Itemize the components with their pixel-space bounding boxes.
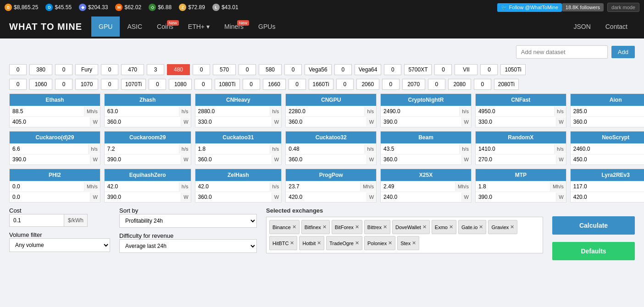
gpu-label-1050ti[interactable]: 1050Ti — [500, 64, 525, 75]
algo-hashrate-input[interactable] — [381, 181, 455, 192]
algo-hashrate-input[interactable] — [381, 106, 459, 116]
nav-item-gpu[interactable]: GPU — [91, 16, 120, 37]
algo-power-input[interactable] — [10, 154, 90, 164]
algo-header[interactable]: Beam — [381, 132, 471, 143]
algo-power-input[interactable] — [195, 192, 272, 202]
follow-button[interactable]: 🐦 Follow @WhatToMine — [497, 3, 562, 12]
algo-hashrate-input[interactable] — [195, 181, 270, 192]
algo-power-input[interactable] — [195, 154, 272, 164]
algo-power-input[interactable] — [381, 192, 461, 202]
exchange-tag-remove[interactable]: ✕ — [412, 240, 416, 246]
algo-power-input[interactable] — [105, 154, 181, 164]
algo-header[interactable]: X25X — [381, 169, 471, 181]
gpu-label-1060[interactable]: 1060 — [29, 79, 52, 90]
gpu-label-vega56[interactable]: Vega56 — [305, 64, 332, 75]
algo-header[interactable]: CNFast — [476, 94, 566, 106]
dark-mode-button[interactable]: dark mode — [607, 3, 639, 12]
gpu-label-2080[interactable]: 2080 — [448, 79, 471, 90]
nav-item-asic[interactable]: ASIC — [120, 16, 150, 37]
gpu-label-480[interactable]: 480 — [167, 64, 190, 75]
gpu-count-input[interactable] — [9, 79, 27, 90]
algo-header[interactable]: MTP — [476, 169, 566, 181]
algo-header[interactable]: ProgPow — [286, 169, 376, 181]
gpu-label-2070[interactable]: 2070 — [402, 79, 425, 90]
algo-header[interactable]: Cuckaroom29 — [105, 132, 191, 143]
gpu-count-input[interactable] — [428, 79, 445, 90]
gpu-count-input[interactable] — [101, 79, 118, 90]
algo-header[interactable]: Aion — [571, 94, 644, 106]
calculate-button[interactable]: Calculate — [552, 216, 635, 235]
cost-input[interactable] — [9, 214, 64, 227]
gpu-count-input[interactable] — [474, 79, 491, 90]
gpu-label-1660[interactable]: 1660 — [263, 79, 286, 90]
exchange-tag-remove[interactable]: ✕ — [355, 224, 359, 230]
algo-header[interactable]: CNGPU — [286, 94, 376, 106]
gpu-count-input[interactable] — [382, 79, 400, 90]
algo-hashrate-input[interactable] — [476, 106, 554, 116]
algo-power-input[interactable] — [286, 117, 366, 127]
gpu-count-input[interactable] — [194, 79, 212, 90]
algo-header[interactable]: PHI2 — [10, 169, 100, 181]
exchange-tag-remove[interactable]: ✕ — [510, 224, 514, 230]
algo-hashrate-input[interactable] — [10, 144, 88, 154]
add-dataset-button[interactable]: Add — [611, 46, 635, 58]
gpu-label-5700xt[interactable]: 5700XT — [404, 64, 432, 75]
gpu-label-380[interactable]: 380 — [29, 64, 52, 75]
algo-power-input[interactable] — [10, 117, 90, 127]
exchange-tag-remove[interactable]: ✕ — [322, 224, 327, 230]
gpu-label-1080[interactable]: 1080 — [169, 79, 192, 90]
exchange-tag-remove[interactable]: ✕ — [290, 240, 294, 246]
dataset-input[interactable] — [516, 45, 608, 59]
algo-power-input[interactable] — [105, 192, 181, 202]
gpu-label-470[interactable]: 470 — [121, 64, 144, 75]
algo-hashrate-input[interactable] — [476, 181, 550, 192]
algo-power-input[interactable] — [10, 192, 90, 202]
algo-hashrate-input[interactable] — [381, 144, 459, 154]
gpu-count-input[interactable] — [149, 79, 166, 90]
sort-select[interactable]: Profitability 24h — [119, 214, 257, 228]
gpu-count-input[interactable] — [289, 79, 306, 90]
algo-hashrate-input[interactable] — [10, 181, 84, 192]
gpu-count-input[interactable] — [336, 79, 354, 90]
gpu-label-1070[interactable]: 1070 — [75, 79, 98, 90]
gpu-label-2060[interactable]: 2060 — [356, 79, 379, 90]
exchange-tag-remove[interactable]: ✕ — [383, 224, 387, 230]
algo-header[interactable]: CryptoNightR — [381, 94, 471, 106]
algo-header[interactable]: CNHeavy — [195, 94, 282, 106]
algo-hashrate-input[interactable] — [571, 181, 644, 192]
gpu-count-input[interactable] — [334, 64, 352, 75]
algo-header[interactable]: EquihashZero — [105, 169, 191, 181]
algo-power-input[interactable] — [105, 117, 181, 127]
gpu-label-vega64[interactable]: Vega64 — [355, 64, 382, 75]
algo-header[interactable]: RandomX — [476, 132, 566, 143]
algo-power-input[interactable] — [381, 154, 461, 164]
algo-power-input[interactable] — [571, 192, 644, 202]
algo-header[interactable]: Cuckatoo32 — [286, 132, 376, 143]
exchange-tag-remove[interactable]: ✕ — [292, 224, 296, 230]
algo-power-input[interactable] — [286, 154, 366, 164]
nav-item-coins[interactable]: CoinsNew — [150, 16, 181, 37]
algo-power-input[interactable] — [195, 117, 272, 127]
gpu-label-580[interactable]: 580 — [259, 64, 282, 75]
nav-item-contact[interactable]: Contact — [598, 16, 635, 37]
algo-hashrate-input[interactable] — [286, 144, 364, 154]
gpu-label-vii[interactable]: VII — [455, 64, 477, 75]
gpu-count-input[interactable] — [9, 64, 27, 75]
exchange-tag-remove[interactable]: ✕ — [355, 240, 359, 246]
algo-header[interactable]: Cuckatoo31 — [195, 132, 282, 143]
gpu-label-1070ti[interactable]: 1070Ti — [121, 79, 146, 90]
gpu-count-input[interactable] — [193, 64, 210, 75]
algo-hashrate-input[interactable] — [571, 144, 644, 154]
nav-item-gpus[interactable]: GPUs — [251, 16, 283, 37]
algo-hashrate-input[interactable] — [195, 106, 270, 116]
algo-power-input[interactable] — [476, 154, 556, 164]
gpu-count-input[interactable] — [55, 79, 72, 90]
algo-hashrate-input[interactable] — [286, 106, 364, 116]
algo-power-input[interactable] — [476, 117, 556, 127]
nav-item-miners[interactable]: MinersNew — [217, 16, 251, 37]
exchange-tag-remove[interactable]: ✕ — [317, 240, 321, 246]
algo-power-input[interactable] — [381, 117, 461, 127]
gpu-label-fury[interactable]: Fury — [75, 64, 98, 75]
exchange-tag-remove[interactable]: ✕ — [449, 224, 453, 230]
exchange-tag-remove[interactable]: ✕ — [388, 240, 392, 246]
